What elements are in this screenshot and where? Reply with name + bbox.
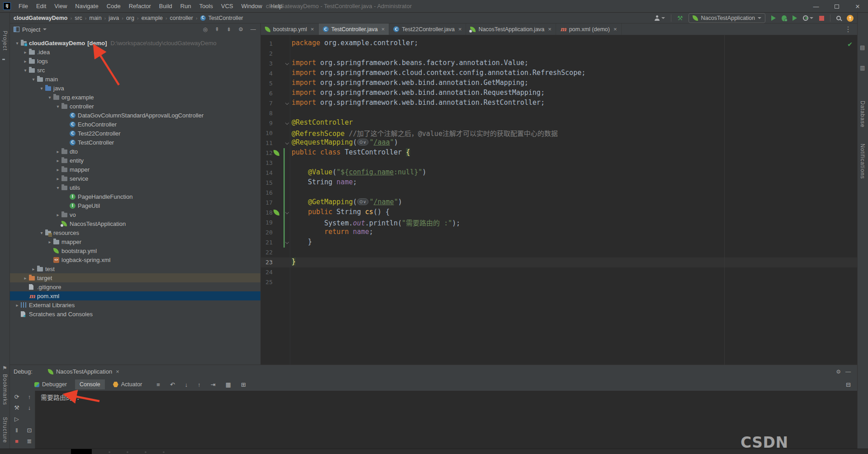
tree-item-EchoController[interactable]: CEchoController	[10, 120, 261, 129]
maximize-button[interactable]	[826, 0, 847, 13]
tree-item-org.example[interactable]: ▾org.example	[10, 93, 261, 102]
breadcrumb-item-cloudGatewayDemo[interactable]: cloudGatewayDemo	[14, 15, 67, 21]
inspections-ok-icon[interactable]: ✔	[847, 41, 853, 48]
code-editor[interactable]: 1234567891011121314151617181920212223242…	[261, 35, 857, 365]
chevron-right-icon[interactable]: ▸	[54, 158, 61, 163]
chevron-down-icon[interactable]: ▾	[54, 185, 61, 190]
chevron-down-icon[interactable]: ▾	[38, 86, 45, 91]
close-icon[interactable]: ×	[613, 26, 617, 33]
tab-NacosTestApplication.java[interactable]: NacosTestApplication.java×	[466, 23, 556, 35]
menu-window[interactable]: Window	[237, 0, 266, 13]
chevron-down-icon[interactable]: ▾	[14, 41, 21, 46]
menu-code[interactable]: Code	[103, 0, 125, 13]
line-number[interactable]: 3	[261, 59, 273, 69]
tab-TestController.java[interactable]: CTestController.java×	[319, 23, 389, 35]
fold-marker-icon[interactable]	[285, 141, 289, 145]
line-number[interactable]: 9	[261, 118, 273, 128]
tree-item-DataGovColumnStandardApprovalLogController[interactable]: CDataGovColumnStandardApprovalLogControl…	[10, 111, 261, 120]
search-everywhere-button[interactable]	[836, 16, 841, 20]
tab-actuator[interactable]: Actuator	[108, 379, 147, 389]
chevron-right-icon[interactable]: ▸	[22, 50, 29, 55]
line-number[interactable]: 1	[261, 39, 273, 49]
collapse-all-icon[interactable]: ⇟	[226, 26, 231, 33]
chevron-down-icon[interactable]: ▾	[30, 77, 37, 82]
tree-item-External Libraries[interactable]: ▸External Libraries	[10, 300, 261, 309]
spring-bean-icon[interactable]	[274, 150, 279, 156]
layers-icon[interactable]: ▤	[860, 44, 865, 51]
tree-item-controller[interactable]: ▾controller	[10, 102, 261, 111]
tree-item-TestController[interactable]: CTestController	[10, 138, 261, 147]
console-pane[interactable]: 需要路由的 :	[35, 391, 857, 454]
tree-item-PageHandleFunction[interactable]: IPageHandleFunction	[10, 192, 261, 201]
tree-item-resources[interactable]: ▾resources	[10, 228, 261, 237]
debug-session-tab[interactable]: NacosTestApplication ×	[48, 368, 119, 375]
tree-item-mapper[interactable]: ▸mapper	[10, 237, 261, 246]
fold-marker-icon[interactable]	[285, 240, 289, 244]
step-down-icon[interactable]: ↓	[24, 404, 34, 411]
tool-window-button-notifications[interactable]: Notifications	[859, 144, 866, 179]
tree-item-test[interactable]: ▸test	[10, 264, 261, 273]
tree-item-PageUtil[interactable]: IPageUtil	[10, 201, 261, 210]
tree-item-Scratches and Consoles[interactable]: Scratches and Consoles	[10, 309, 261, 318]
tree-item-.idea[interactable]: ▸.idea	[10, 47, 261, 56]
run-to-cursor-icon[interactable]: ⇥	[211, 381, 216, 388]
line-number[interactable]: 6	[261, 89, 273, 98]
scroll-down-icon[interactable]: ↓	[185, 381, 188, 388]
close-button[interactable]: ✕	[847, 0, 868, 13]
grid-icon[interactable]: ▥	[860, 65, 865, 71]
line-number[interactable]: 8	[261, 108, 273, 118]
menu-vcs[interactable]: VCS	[217, 0, 237, 13]
resume-button[interactable]: ▷	[12, 416, 22, 422]
breadcrumb-item-src[interactable]: src	[75, 15, 82, 21]
snapshot-icon[interactable]: ⊡	[24, 427, 34, 434]
menu-file[interactable]: File	[14, 0, 32, 13]
breadcrumb-item-TestController[interactable]: TestController	[208, 15, 243, 21]
menu-view[interactable]: View	[50, 0, 71, 13]
run-with-coverage-button[interactable]	[793, 15, 797, 21]
locate-file-icon[interactable]: ◎	[203, 26, 208, 33]
chevron-down-icon[interactable]: ▾	[46, 95, 53, 100]
close-icon[interactable]: ×	[381, 26, 385, 33]
line-number[interactable]: 24	[261, 267, 273, 277]
tab-Test22Controller.java[interactable]: CTest22Controller.java×	[389, 23, 466, 35]
line-number[interactable]: 11	[261, 138, 273, 148]
tool-window-button-project[interactable]: Project	[2, 31, 8, 51]
rerun-button[interactable]: ⟳	[12, 393, 22, 400]
console-settings-icon[interactable]: ≣	[24, 438, 34, 445]
breadcrumb-item-example[interactable]: example	[142, 15, 163, 21]
menu-refactor[interactable]: Refactor	[125, 0, 155, 13]
line-number[interactable]: 25	[261, 277, 273, 287]
menu-navigate[interactable]: Navigate	[71, 0, 102, 13]
chevron-right-icon[interactable]: ▸	[22, 59, 29, 64]
tab-pom.xml (demo)[interactable]: mpom.xml (demo)×	[556, 23, 622, 35]
chevron-right-icon[interactable]: ▸	[22, 276, 29, 281]
chevron-right-icon[interactable]: ▸	[46, 239, 53, 244]
tree-item-java[interactable]: ▾java	[10, 84, 261, 93]
breadcrumb-item-org[interactable]: org	[126, 15, 134, 21]
chevron-right-icon[interactable]: ▸	[54, 176, 61, 181]
bookmark-icon[interactable]: ⚑	[2, 365, 7, 371]
line-number[interactable]: 4	[261, 69, 273, 79]
tree-item-entity[interactable]: ▸entity	[10, 156, 261, 165]
modify-run-config-button[interactable]: ⚒	[12, 404, 22, 411]
tree-item-target[interactable]: ▸target	[10, 273, 261, 282]
line-number[interactable]: 22	[261, 248, 273, 257]
chevron-down-icon[interactable]: ▾	[54, 104, 61, 109]
line-number[interactable]: 18	[261, 208, 273, 218]
tree-item-bootstrap.yml[interactable]: bootstrap.yml	[10, 246, 261, 255]
line-number[interactable]: 16	[261, 188, 273, 198]
tree-item-main[interactable]: ▾main	[10, 75, 261, 84]
request-mapping-icon[interactable]	[274, 210, 279, 215]
chevron-down-icon[interactable]: ▾	[22, 68, 29, 73]
close-icon[interactable]: ×	[458, 26, 462, 33]
line-number[interactable]: 23	[261, 257, 273, 267]
line-number[interactable]: 19	[261, 218, 273, 228]
tab-debugger[interactable]: Debugger	[30, 379, 71, 389]
minimize-button[interactable]: —	[806, 0, 826, 13]
tree-item-mapper[interactable]: ▸mapper	[10, 165, 261, 174]
chevron-down-icon[interactable]	[43, 28, 47, 30]
hide-panel-icon[interactable]: —	[250, 26, 256, 33]
line-number[interactable]: 7	[261, 98, 273, 108]
fold-marker-icon[interactable]	[285, 61, 289, 65]
layout-settings-icon[interactable]: ⊟	[846, 381, 851, 388]
